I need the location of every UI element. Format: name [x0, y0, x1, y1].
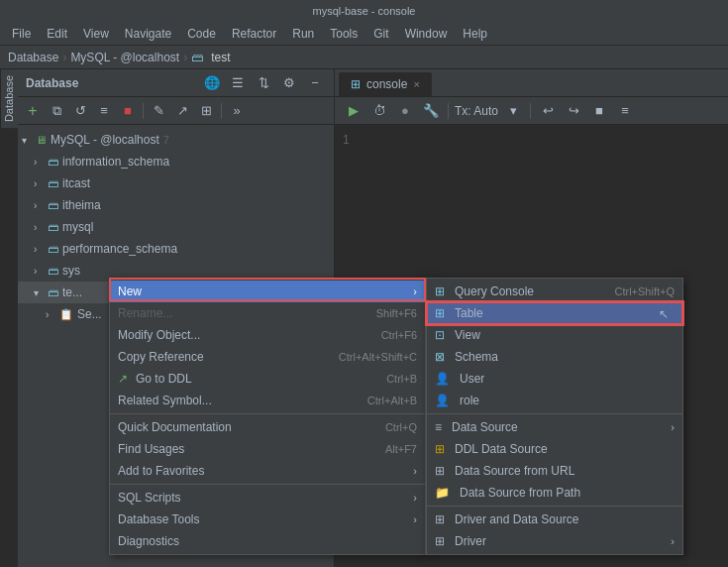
ctx-find-usages[interactable]: Find Usages Alt+F7 [110, 438, 425, 460]
breadcrumb-database[interactable]: Database [8, 51, 58, 64]
edit-btn[interactable]: ✎ [148, 100, 169, 122]
breadcrumb-mysql[interactable]: MySQL - @localhost [70, 51, 179, 64]
sub-query-console[interactable]: ⊞ Query Console Ctrl+Shift+Q [427, 281, 682, 302]
menu-run[interactable]: Run [284, 25, 322, 43]
tree-perf[interactable]: › 🗃 performance_schema [18, 238, 334, 260]
tree-info-schema[interactable]: › 🗃 information_schema [18, 151, 334, 172]
circle-btn[interactable]: ● [394, 100, 416, 122]
context-menu: New › Rename... Shift+F6 Modify Object..… [109, 278, 426, 555]
menu-navigate[interactable]: Navigate [117, 25, 179, 43]
sub-ddlds-label: DDL Data Source [455, 442, 548, 456]
sub-user[interactable]: 👤 User [427, 368, 682, 390]
sub-dsurl-label: Data Source from URL [455, 464, 574, 478]
sub-table-label: Table [455, 306, 483, 320]
db-panel-title: Database [26, 76, 78, 90]
tree-arrow-perf: › [34, 244, 46, 255]
sub-drd-left: ⊞ Driver and Data Source [435, 512, 578, 526]
tree-icon-mysql: 🗃 [48, 221, 58, 233]
jump-btn[interactable]: ↗ [171, 100, 193, 122]
menu-file[interactable]: File [4, 25, 39, 43]
tree-mysql[interactable]: › 🗃 mysql [18, 216, 334, 238]
sub-drv-left: ⊞ Driver [435, 534, 486, 548]
ctx-dbt-left: Database Tools [118, 512, 200, 526]
ctx-rename[interactable]: Rename... Shift+F6 [110, 302, 425, 324]
ctx-sql-scripts[interactable]: SQL Scripts › [110, 487, 425, 509]
ctx-sep1 [110, 413, 425, 414]
sync-btn[interactable]: 🌐 [201, 72, 223, 94]
stop-tx-btn[interactable]: ■ [588, 100, 610, 122]
tree-mysql-root[interactable]: ▾ 🖥 MySQL - @localhost 7 [18, 129, 334, 151]
sub-driver-datasource[interactable]: ⊞ Driver and Data Source [427, 509, 682, 530]
sub-ddlds-left: ⊞ DDL Data Source [435, 442, 548, 456]
menu-edit[interactable]: Edit [39, 25, 75, 43]
ctx-diagnostics[interactable]: Diagnostics [110, 530, 425, 552]
expand-btn[interactable]: ⊞ [195, 100, 217, 122]
ddl-btn[interactable]: ≡ [93, 100, 115, 122]
menu-refactor[interactable]: Refactor [224, 25, 284, 43]
menu-code[interactable]: Code [179, 25, 224, 43]
tree-icon-te: 🗃 [48, 286, 58, 298]
ctx-favorites[interactable]: Add to Favorites › [110, 460, 425, 482]
menu-window[interactable]: Window [397, 25, 456, 43]
refresh-btn[interactable]: ↺ [69, 100, 91, 122]
filter-btn[interactable]: ☰ [227, 72, 249, 94]
tree-label-itheima: itheima [62, 198, 101, 212]
ctx-modify[interactable]: Modify Object... Ctrl+F6 [110, 324, 425, 346]
stop-btn[interactable]: ■ [117, 100, 139, 122]
sub-view[interactable]: ⊡ View [427, 324, 682, 346]
menu-tools[interactable]: Tools [322, 25, 365, 43]
tab-console[interactable]: ⊞ console × [339, 72, 432, 96]
sub-dspath-left: 📁 Data Source from Path [435, 486, 580, 500]
duplicate-btn[interactable]: ⧉ [46, 100, 67, 122]
sub-datasource[interactable]: ≡ Data Source › [427, 416, 682, 438]
tree-arrow-info: › [34, 157, 46, 168]
dspath-icon: 📁 [435, 486, 450, 500]
run-btn[interactable]: ▶ [343, 100, 364, 122]
undo-btn[interactable]: ↩ [537, 100, 559, 122]
tree-label-sys: sys [62, 264, 80, 278]
tree-itcast[interactable]: › 🗃 itcast [18, 172, 334, 194]
ctx-sql-left: SQL Scripts [118, 491, 181, 505]
menu-git[interactable]: Git [365, 25, 396, 43]
tx-dropdown[interactable]: ▾ [502, 100, 524, 122]
ctx-copy-label: Copy Reference [118, 350, 204, 364]
time-btn[interactable]: ⏱ [368, 100, 390, 122]
sub-driver[interactable]: ⊞ Driver › [427, 530, 682, 552]
settings-btn[interactable]: ⚙ [278, 72, 300, 94]
db-panel-actions: 🌐 ☰ ⇅ ⚙ − [201, 72, 326, 94]
sep2 [221, 103, 222, 119]
ctx-goto-left: ↗ Go to DDL [118, 372, 192, 386]
add-btn[interactable]: + [22, 100, 44, 122]
db-panel-header: Database 🌐 ☰ ⇅ ⚙ − [18, 69, 334, 97]
wrench-btn[interactable]: 🔧 [420, 100, 442, 122]
sub-table[interactable]: ⊞ Table ↖ [427, 302, 682, 324]
sub-role[interactable]: 👤 role [427, 390, 682, 411]
sort-btn[interactable]: ⇅ [253, 72, 274, 94]
tree-icon-itcast: 🗃 [48, 177, 58, 189]
ctx-quick-doc[interactable]: Quick Documentation Ctrl+Q [110, 416, 425, 438]
tree-label-se: Se... [77, 307, 102, 321]
console-tab-label: console [366, 77, 407, 91]
console-tab-close[interactable]: × [413, 78, 419, 90]
breadcrumb-test[interactable]: test [211, 51, 230, 64]
ctx-db-tools[interactable]: Database Tools › [110, 509, 425, 530]
breadcrumb-db-icon: 🗃 [191, 51, 203, 64]
more-btn[interactable]: » [226, 100, 248, 122]
sub-schema[interactable]: ⊠ Schema [427, 346, 682, 368]
ctx-qdoc-left: Quick Documentation [118, 420, 232, 434]
tree-itheima[interactable]: › 🗃 itheima [18, 194, 334, 216]
ctx-goto-ddl[interactable]: ↗ Go to DDL Ctrl+B [110, 368, 425, 390]
commit-btn[interactable]: ≡ [614, 100, 636, 122]
ctx-find-left: Find Usages [118, 442, 184, 456]
sub-ds-url[interactable]: ⊞ Data Source from URL [427, 460, 682, 482]
sub-ds-path[interactable]: 📁 Data Source from Path [427, 482, 682, 504]
sub-ddl-datasource[interactable]: ⊞ DDL Data Source [427, 438, 682, 460]
ctx-related[interactable]: Related Symbol... Ctrl+Alt+B [110, 390, 425, 411]
menu-help[interactable]: Help [455, 25, 495, 43]
ctx-new[interactable]: New › [110, 281, 425, 302]
close-panel-btn[interactable]: − [304, 72, 326, 94]
menu-view[interactable]: View [75, 25, 117, 43]
ctx-copy-ref[interactable]: Copy Reference Ctrl+Alt+Shift+C [110, 346, 425, 368]
redo-btn[interactable]: ↪ [563, 100, 584, 122]
database-vertical-tab[interactable]: Database [0, 69, 18, 128]
